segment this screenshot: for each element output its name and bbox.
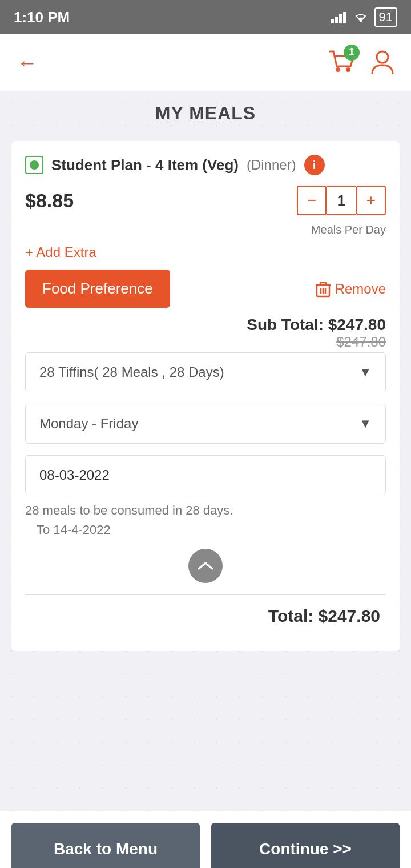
header-right: 1 [329,49,394,77]
status-icons: 91 [331,7,397,27]
status-bar: 1:10 PM 91 [0,0,411,34]
svg-point-7 [377,51,388,63]
meal-header: Student Plan - 4 Item (Veg) (Dinner) i [25,155,386,175]
days-dropdown-arrow: ▼ [359,416,372,431]
increase-quantity-button[interactable]: + [356,186,386,215]
total-row: Total: $247.80 [25,594,386,637]
collapse-button[interactable] [188,549,223,583]
battery-indicator: 91 [374,7,397,27]
food-remove-row: Food Preference Remove [25,270,386,308]
decrease-quantity-button[interactable]: − [297,186,327,215]
veg-indicator [25,156,43,174]
days-dropdown[interactable]: Monday - Friday ▼ [25,404,386,444]
status-time: 1:10 PM [14,9,70,26]
svg-point-5 [336,67,340,72]
meals-info-text: 28 meals to be consumed in 28 days. [25,503,386,518]
bottom-buttons: Back to Menu Continue >> [0,811,411,868]
meal-card: Student Plan - 4 Item (Veg) (Dinner) i $… [11,141,400,651]
info-icon-button[interactable]: i [304,155,325,175]
chevron-up-icon [198,561,213,571]
meal-name: Student Plan - 4 Item (Veg) [51,156,239,174]
quantity-controls: − 1 + [297,186,386,215]
user-icon [371,49,394,74]
subtotal-row: Sub Total: $247.80 $247.80 [25,316,386,350]
svg-rect-2 [339,14,342,23]
add-extra-row: + Add Extra [25,244,386,260]
page-title: MY MEALS [11,103,400,124]
cart-button[interactable]: 1 [329,50,354,75]
tiffins-dropdown-arrow: ▼ [359,365,372,380]
date-value: 08-03-2022 [39,467,110,483]
svg-rect-1 [335,17,338,23]
user-profile-button[interactable] [371,49,394,77]
subtotal-current: Sub Total: $247.80 [25,316,386,334]
meal-type: (Dinner) [247,157,296,173]
days-dropdown-value: Monday - Friday [39,416,138,432]
add-extra-button[interactable]: + Add Extra [25,244,96,260]
to-date-text: To 14-4-2022 [37,523,386,537]
svg-point-4 [360,20,362,22]
collapse-section [25,549,386,583]
date-field[interactable]: 08-03-2022 [25,455,386,495]
trash-icon [316,280,331,298]
remove-label: Remove [335,281,386,297]
tiffins-dropdown[interactable]: 28 Tiffins( 28 Meals , 28 Days) ▼ [25,352,386,392]
wifi-icon [353,11,369,23]
meal-price: $8.85 [25,190,74,212]
veg-dot [30,160,39,170]
subtotal-original: $247.80 [25,334,386,350]
continue-button[interactable]: Continue >> [211,823,400,868]
back-arrow-button[interactable]: ← [17,51,38,75]
content-area: MY MEALS Student Plan - 4 Item (Veg) (Di… [0,91,411,811]
back-to-menu-button[interactable]: Back to Menu [11,823,200,868]
svg-rect-3 [343,12,346,23]
food-preference-button[interactable]: Food Preference [25,270,170,308]
header: ← 1 [0,34,411,91]
svg-rect-0 [331,19,334,23]
total-label: Total: $247.80 [268,606,380,625]
tiffins-dropdown-value: 28 Tiffins( 28 Meals , 28 Days) [39,364,224,380]
cart-badge: 1 [344,45,360,61]
price-quantity-row: $8.85 − 1 + [25,186,386,215]
svg-point-6 [346,67,350,72]
meals-per-day-label: Meals Per Day [25,223,386,236]
remove-meal-button[interactable]: Remove [316,280,386,298]
quantity-value: 1 [327,186,356,215]
signal-icon [331,11,347,23]
